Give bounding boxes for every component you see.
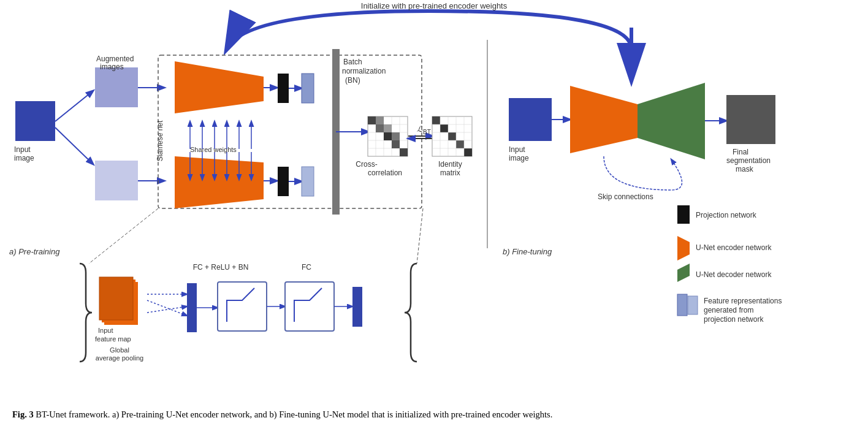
brace-left <box>80 264 92 362</box>
arrow-gap-bar2 <box>147 300 187 316</box>
id-label2: matrix <box>440 169 460 177</box>
ft-encoder <box>570 86 638 153</box>
ft-input-label2: image <box>509 154 529 162</box>
id-diag2 <box>440 124 448 132</box>
gap-label1: Global <box>110 346 129 354</box>
input-feat-label1: Input <box>98 327 113 334</box>
fc-label: FC <box>302 263 311 272</box>
legend-feat1 <box>677 294 687 316</box>
cc-label2: correlation <box>368 169 402 177</box>
skip-conn-label: Skip connections <box>598 192 653 201</box>
input-image-label: Input <box>14 145 31 154</box>
cc-label1: Cross- <box>356 160 377 169</box>
gap-label2: average pooling <box>96 354 143 362</box>
arrow-input-bottom <box>55 127 93 164</box>
input-feat-label2: feature map <box>95 335 131 343</box>
aug-image-top <box>95 67 138 107</box>
cc-cell3 <box>384 132 392 140</box>
feat-repr-top <box>302 74 314 103</box>
input-image-square <box>15 101 55 141</box>
encoder-top <box>175 61 264 113</box>
ft-input-label1: Input <box>509 145 525 154</box>
main-container: Initialize with pre-trained encoder weig… <box>0 0 868 426</box>
init-arrow <box>227 11 631 49</box>
encoder-bottom <box>175 156 264 208</box>
bn-label2: normalization <box>342 67 386 75</box>
legend-feat-label3: projection network <box>704 315 764 324</box>
init-label: Initialize with pre-trained encoder weig… <box>361 1 508 10</box>
id-diag5 <box>464 148 472 156</box>
caption-text: BT-Unet framework. a) Pre-training U-Net… <box>34 409 553 419</box>
cc-cell8 <box>392 132 400 140</box>
input-image-label2: image <box>14 154 34 162</box>
pool-bar <box>187 283 197 332</box>
dashed-conn1 <box>89 208 158 264</box>
loss-subscript: BT <box>423 129 431 135</box>
siamese-label: Siamese net <box>156 120 164 161</box>
cc-cell6 <box>376 116 384 124</box>
diagram-svg: Initialize with pre-trained encoder weig… <box>0 0 868 380</box>
cc-cell2 <box>376 124 384 132</box>
shared-weights-label: Shared weights <box>190 146 237 153</box>
aug-label1: Augmented <box>96 55 134 63</box>
dashed-conn2 <box>417 208 423 264</box>
fc-box2 <box>285 282 334 331</box>
proj-net-bot <box>278 167 289 196</box>
legend-feat-label1: Feature representations <box>704 297 782 305</box>
feat-repr-bot <box>302 167 314 196</box>
fc-relu-bn-label: FC + ReLU + BN <box>193 263 249 272</box>
aug-image-bottom <box>95 161 138 200</box>
legend-encoder <box>677 236 690 261</box>
output-bar <box>352 287 362 327</box>
arrow-gap-bar3 <box>147 306 187 313</box>
pretraining-label: a) Pre-training <box>9 247 60 256</box>
bn-label3: (BN) <box>345 76 360 85</box>
id-diag4 <box>456 140 464 148</box>
id-diag3 <box>448 132 456 140</box>
id-diag1 <box>432 116 440 124</box>
arrow-input-top <box>55 91 93 121</box>
aug-label2: images <box>100 63 124 71</box>
final-mask-label1: Final <box>733 148 748 156</box>
skip-conn-arrow <box>604 156 682 190</box>
legend-feat2 <box>688 296 698 314</box>
fc-box1 <box>218 282 267 331</box>
finetuning-label: b) Fine-tuning <box>503 247 552 256</box>
brace-right <box>405 264 417 362</box>
cc-cell5 <box>400 148 408 156</box>
legend-decoder <box>677 264 690 282</box>
final-mask-label2: segmentation <box>726 156 771 165</box>
feat-map-front <box>99 277 133 320</box>
proj-net-top <box>278 74 289 103</box>
ft-decoder <box>638 83 705 159</box>
bn-label1: Batch <box>343 58 362 66</box>
legend-feat-label2: generated from <box>704 306 753 314</box>
final-mask <box>726 95 775 144</box>
id-label1: Identity <box>438 160 462 169</box>
cc-cell7 <box>384 124 392 132</box>
legend-proj <box>677 205 690 224</box>
caption-bold: Fig. 3 <box>12 409 34 419</box>
caption: Fig. 3 BT-Unet framework. a) Pre-trainin… <box>12 408 856 421</box>
legend-decoder-label: U-Net decoder network <box>696 270 772 279</box>
legend-encoder-label: U-Net encoder network <box>696 243 772 252</box>
cc-cell4 <box>392 140 400 148</box>
cc-cell1 <box>368 116 376 124</box>
loss-label: ℒ <box>417 124 423 134</box>
legend-proj-label: Projection network <box>696 211 757 219</box>
ft-input-square <box>509 98 552 141</box>
final-mask-label3: mask <box>736 165 754 173</box>
